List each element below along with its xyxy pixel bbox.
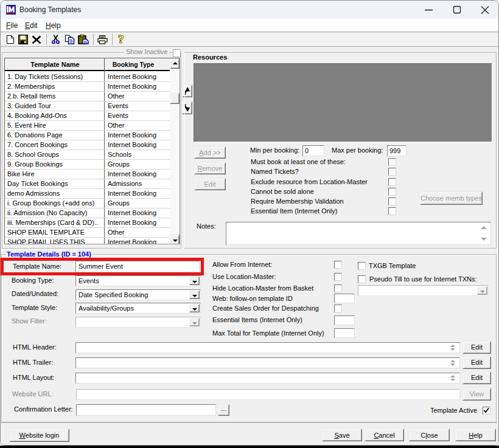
svg-text:?: ? (118, 33, 124, 46)
